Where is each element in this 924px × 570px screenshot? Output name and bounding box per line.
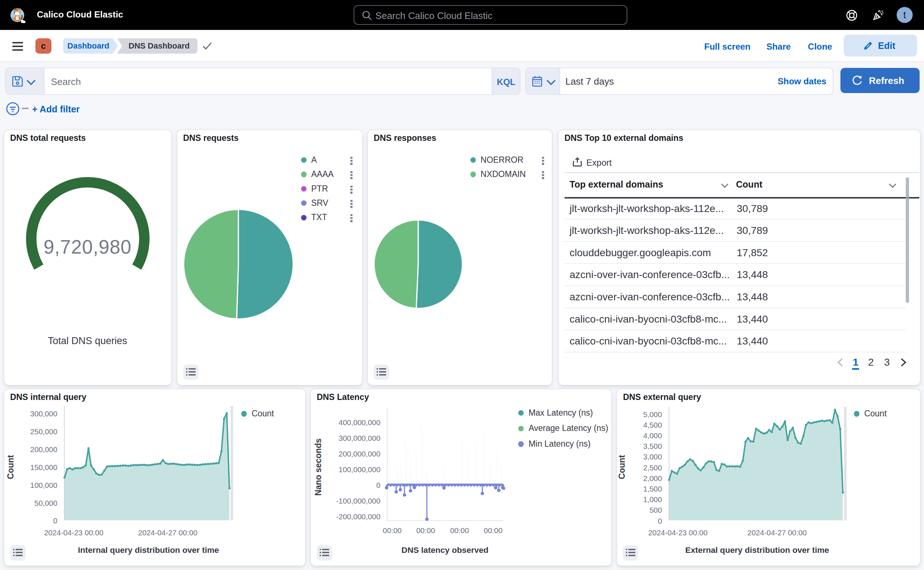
svg-text:300,000: 300,000: [30, 409, 57, 418]
svg-text:0: 0: [376, 481, 380, 489]
svg-text:Count: Count: [6, 455, 15, 479]
svg-text:00:00: 00:00: [450, 526, 469, 535]
svg-text:-100,000,000: -100,000,000: [336, 496, 380, 505]
svg-text:0: 0: [658, 517, 662, 525]
svg-text:50,000: 50,000: [34, 499, 57, 507]
svg-text:150,000: 150,000: [30, 463, 57, 472]
svg-text:4,000: 4,000: [644, 431, 662, 440]
svg-text:External query distribution ov: External query distribution over time: [685, 545, 829, 555]
svg-text:4,500: 4,500: [644, 421, 662, 429]
svg-text:2024-04-23 00:00: 2024-04-23 00:00: [648, 529, 708, 537]
svg-text:300,000,000: 300,000,000: [339, 434, 381, 442]
svg-text:5,000: 5,000: [644, 410, 662, 418]
svg-text:3,000: 3,000: [644, 452, 662, 461]
svg-text:100,000,000: 100,000,000: [339, 465, 381, 473]
svg-text:500: 500: [650, 506, 662, 514]
svg-text:Nano seconds: Nano seconds: [314, 438, 323, 496]
svg-text:250,000: 250,000: [30, 428, 57, 436]
svg-text:400,000,000: 400,000,000: [339, 418, 381, 427]
svg-text:Count: Count: [617, 455, 627, 479]
svg-text:DNS latency observed: DNS latency observed: [401, 545, 489, 555]
svg-text:-200,000,000: -200,000,000: [336, 512, 380, 521]
svg-text:1,000: 1,000: [644, 495, 662, 504]
svg-text:00:00: 00:00: [383, 526, 402, 535]
svg-text:100,000: 100,000: [30, 481, 57, 489]
svg-text:3,500: 3,500: [644, 442, 662, 450]
svg-text:2,500: 2,500: [644, 463, 662, 472]
svg-text:0: 0: [53, 516, 57, 525]
svg-text:2024-04-27 00:00: 2024-04-27 00:00: [747, 529, 807, 537]
svg-text:2024-04-23 00:00: 2024-04-23 00:00: [44, 529, 104, 537]
svg-text:00:00: 00:00: [416, 526, 435, 535]
svg-text:00:00: 00:00: [484, 526, 503, 535]
svg-text:1,500: 1,500: [644, 484, 662, 493]
svg-text:2,000: 2,000: [644, 474, 662, 483]
svg-text:200,000,000: 200,000,000: [339, 450, 381, 458]
svg-text:Internal query distribution ov: Internal query distribution over time: [78, 545, 219, 555]
svg-text:200,000: 200,000: [30, 445, 57, 454]
svg-text:2024-04-27 00:00: 2024-04-27 00:00: [138, 529, 198, 537]
